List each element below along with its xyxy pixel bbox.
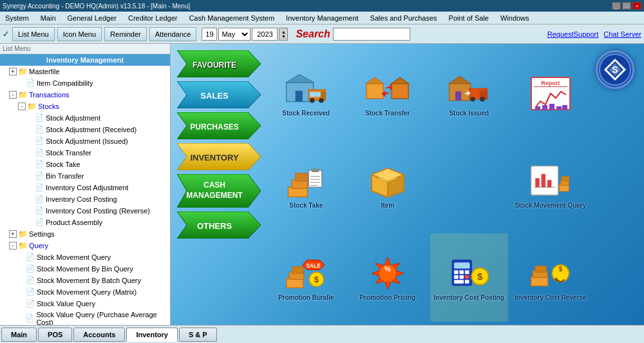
menu-system[interactable]: System (3, 14, 32, 23)
sidebar-item-stock-value-query[interactable]: 📄 Stock Value Query (0, 298, 170, 309)
system-menu: System Main General Ledger Creditor Ledg… (0, 12, 644, 24)
sidebar-item-stocks[interactable]: - 📁 Stocks (0, 101, 170, 112)
promotion-bundle-image: SALE $ (283, 254, 328, 293)
icon-menu-button[interactable]: Icon Menu (57, 27, 102, 41)
minimize-btn[interactable]: _ (612, 2, 621, 10)
svg-rect-79 (460, 275, 464, 279)
tab-main[interactable]: Main (1, 328, 37, 342)
sidebar-item-bin-transfer[interactable]: 📄 Bin Transfer (0, 170, 170, 182)
sidebar-item-stock-adj-recv[interactable]: 📄 Stock Adjustment (Received) (0, 124, 170, 135)
list-menu-button[interactable]: List Menu (12, 27, 55, 41)
sidebar-item-inv-cost-adj[interactable]: 📄 Inventory Cost Adjustment (0, 182, 170, 193)
day-input[interactable]: 19 (202, 28, 217, 41)
doc-icon-stock-mov-matrix: 📄 (26, 288, 35, 297)
nav-others[interactable]: OTHERS (177, 211, 261, 239)
sidebar-item-stock-adj[interactable]: 📄 Stock Adjustment (0, 112, 170, 124)
cash-btn-svg: CASH MANAGEMENT (177, 174, 261, 208)
doc-icon-stock-mov-query: 📄 (26, 253, 35, 262)
promotion-pricing-image: % (365, 254, 410, 293)
label-stock-take: Stock Take (289, 202, 323, 210)
label-inventory-cost-posting: Inventory Cost Posting (434, 294, 504, 302)
attendance-button[interactable]: Attendance (149, 27, 197, 41)
maximize-btn[interactable]: □ (622, 2, 631, 10)
menu-main[interactable]: Main (38, 14, 59, 23)
menu-general-ledger[interactable]: General Ledger (65, 14, 119, 23)
request-support-link[interactable]: RequestSupport (547, 30, 599, 38)
sidebar-item-transactions[interactable]: - 📁 Transactions (0, 89, 170, 101)
menu-inventory[interactable]: Inventory Management (283, 14, 361, 23)
icon-report[interactable]: Report (512, 49, 590, 137)
year-input[interactable]: 2023 (252, 28, 278, 41)
sidebar-item-stock-mov-batch[interactable]: 📄 Stock Movement By Batch Query (0, 275, 170, 286)
stock-transfer-image (365, 70, 410, 108)
sidebar-item-inv-cost-posting[interactable]: 📄 Inventory Cost Posting (0, 193, 170, 205)
stock-received-image (283, 70, 328, 108)
icon-promotion-bundle[interactable]: SALE $ Promotion Bundle (267, 233, 345, 322)
tab-inventory[interactable]: Inventory (126, 328, 178, 342)
nav-inventory[interactable]: INVENTORY (177, 143, 261, 170)
expand-settings[interactable]: + (9, 230, 17, 238)
icon-stock-transfer[interactable]: Stock Transfer (349, 49, 427, 137)
search-input[interactable] (333, 28, 410, 41)
sidebar-item-item-compat[interactable]: 📄 Item Compatibility (0, 77, 170, 89)
sidebar-item-stock-take[interactable]: 📄 Stock Take (0, 159, 170, 170)
expand-transactions[interactable]: - (9, 91, 17, 99)
svg-rect-57 (535, 178, 540, 187)
icon-inventory-cost-reverse[interactable]: $ Inventory Cost Reverse (512, 233, 590, 322)
tab-accounts[interactable]: Accounts (73, 328, 125, 342)
label-stock-transfer: Stock Transfer (365, 110, 410, 117)
tab-pos[interactable]: POS (38, 328, 72, 342)
reminder-button[interactable]: Reminder (104, 27, 147, 41)
menu-creditor-ledger[interactable]: Creditor Ledger (126, 14, 180, 23)
date-controls: 19 May 2023 ▲ ▼ (202, 28, 288, 41)
tab-s-and-p[interactable]: S & P (179, 328, 217, 342)
icon-item[interactable]: Item (349, 141, 427, 230)
svg-marker-26 (392, 77, 408, 83)
label-stock-adj-recv: Stock Adjustment (Received) (46, 126, 137, 133)
icon-promotion-pricing[interactable]: % Promotion Pricing (349, 233, 427, 322)
doc-icon-stock-take: 📄 (35, 160, 44, 169)
svg-rect-59 (547, 180, 552, 187)
svg-rect-78 (454, 275, 459, 279)
sidebar-item-inv-cost-posting-rev[interactable]: 📄 Inventory Cost Posting (Reverse) (0, 205, 170, 217)
close-btn[interactable]: × (632, 2, 641, 10)
menu-sales-purchases[interactable]: Sales and Purchases (368, 14, 440, 23)
expand-stocks[interactable]: - (18, 103, 26, 110)
toolbar: ✓ List Menu Icon Menu Reminder Attendanc… (0, 24, 644, 44)
sidebar-item-stock-value-purch[interactable]: 📄 Stock Value Query (Purchase Average Co… (0, 309, 170, 325)
sidebar-item-stock-mov-bin[interactable]: 📄 Stock Movement By Bin Query (0, 263, 170, 275)
checkmark-icon: ✓ (3, 29, 10, 39)
date-spinner[interactable]: ▲ ▼ (279, 28, 288, 41)
month-select[interactable]: May (218, 28, 251, 41)
menu-windows[interactable]: Windows (498, 14, 532, 23)
sidebar-item-settings[interactable]: + 📁 Settings (0, 228, 170, 240)
menu-cash-management[interactable]: Cash Management System (186, 14, 277, 23)
nav-favourite[interactable]: FAVOURITE (177, 50, 261, 77)
label-stock-mov-batch: Stock Movement By Batch Query (37, 277, 141, 284)
title-text: Synergy Accounting - DEMO HQ(Admin) v13.… (3, 3, 190, 10)
expand-masterfile[interactable]: + (9, 68, 17, 75)
sidebar-item-query[interactable]: - 📁 Query (0, 240, 170, 251)
nav-cash-management[interactable]: CASH MANAGEMENT (177, 174, 261, 208)
sidebar-item-stock-adj-issued[interactable]: 📄 Stock Adjustment (Issued) (0, 135, 170, 147)
sidebar-item-stock-transfer[interactable]: 📄 Stock Transfer (0, 147, 170, 159)
nav-sales[interactable]: SALES (177, 81, 261, 108)
icon-stock-issued[interactable]: Stock Issued (430, 49, 508, 137)
icon-stock-take[interactable]: Stock Take (267, 141, 345, 230)
nav-purchases[interactable]: PURCHASES (177, 112, 261, 139)
sidebar-item-masterfile[interactable]: + 📁 Masterfile (0, 66, 170, 77)
sidebar-item-stock-mov-query[interactable]: 📄 Stock Movement Query (0, 251, 170, 263)
sidebar-item-product-assembly[interactable]: 📄 Product Assembly (0, 217, 170, 228)
expand-query[interactable]: - (9, 242, 17, 250)
label-stock-value-purch: Stock Value Query (Purchase Average Cost… (36, 311, 169, 325)
svg-rect-43 (312, 168, 319, 172)
label-inv-cost-posting: Inventory Cost Posting (46, 195, 117, 203)
icon-stock-movement-query[interactable]: Stock Movement Query (512, 141, 590, 230)
sidebar-item-stock-mov-matrix[interactable]: 📄 Stock Movement Query (Matrix) (0, 286, 170, 298)
chat-server-link[interactable]: Chat Server (603, 30, 641, 38)
icon-inventory-cost-posting[interactable]: $ Inventory Cost Posting (430, 233, 508, 322)
svg-rect-35 (542, 105, 547, 110)
menu-pos[interactable]: Point of Sale (446, 14, 491, 23)
icon-stock-received[interactable]: Stock Received (267, 49, 345, 137)
label-stock-mov-query: Stock Movement Query (37, 253, 111, 261)
